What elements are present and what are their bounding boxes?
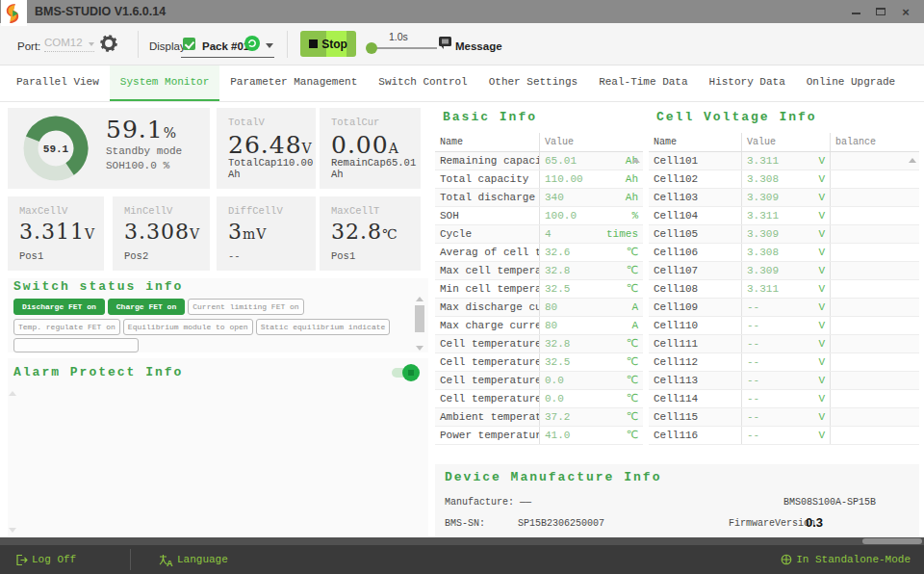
metric-label: DiffCellV bbox=[228, 205, 283, 217]
metric-sub: RemainCap65.01 Ah bbox=[331, 157, 421, 180]
tab[interactable]: History Data bbox=[699, 65, 796, 101]
row-name: Cell temperature 1 bbox=[435, 335, 539, 352]
interval-slider[interactable]: 1.0s bbox=[366, 29, 439, 60]
table-row[interactable]: Remaining capacity 65.01 Ah bbox=[435, 152, 643, 170]
horizontal-scrollbar[interactable] bbox=[0, 537, 924, 545]
table-row[interactable]: Ambient temperature 37.2 ℃ bbox=[435, 408, 643, 427]
table-row[interactable]: Power temperature 41.0 ℃ bbox=[435, 427, 643, 445]
tab[interactable]: Parameter Management bbox=[219, 65, 368, 101]
switch-status-button[interactable]: Discharge FET on bbox=[13, 299, 105, 315]
table-row[interactable]: Cell temperature 1 32.8 ℃ bbox=[435, 335, 643, 353]
table-row[interactable]: Cell112 -- V bbox=[649, 353, 919, 372]
table-row[interactable]: Cell temperature 2 32.5 ℃ bbox=[435, 353, 643, 372]
slider-track bbox=[373, 47, 437, 49]
language-button[interactable]: A Language bbox=[159, 545, 228, 574]
pack-dropdown-caret[interactable] bbox=[266, 43, 273, 48]
table-row[interactable]: Cell113 -- V bbox=[649, 372, 919, 390]
gear-icon[interactable] bbox=[100, 35, 117, 56]
row-value: 3.311 V bbox=[741, 152, 830, 170]
scroll-down-icon[interactable] bbox=[416, 346, 424, 351]
scroll-up-icon[interactable] bbox=[416, 297, 424, 301]
alarm-toggle[interactable] bbox=[392, 368, 417, 378]
row-value: 80 A bbox=[539, 299, 643, 316]
switch-scrollbar[interactable] bbox=[415, 295, 425, 351]
minimize-button[interactable] bbox=[843, 0, 868, 23]
column-header: Name bbox=[435, 133, 539, 151]
tab[interactable]: Other Settings bbox=[478, 65, 588, 101]
table-row[interactable]: Cell101 3.311 V bbox=[649, 152, 919, 170]
tab-label: Online Upgrade bbox=[807, 76, 895, 88]
tab-label: Parameter Management bbox=[230, 76, 357, 88]
message-button[interactable]: Message bbox=[455, 40, 502, 52]
language-icon: A bbox=[159, 554, 173, 566]
stop-button[interactable]: Stop bbox=[300, 31, 356, 57]
pack-checkbox[interactable] bbox=[183, 38, 195, 50]
table-row[interactable]: Cell temperature 4 0.0 ℃ bbox=[435, 390, 643, 408]
pack-label[interactable]: Pack #01 bbox=[202, 40, 249, 52]
row-name: Cell temperature 3 bbox=[435, 372, 539, 389]
toggle-knob[interactable] bbox=[402, 364, 420, 381]
port-select[interactable]: COM12 bbox=[44, 37, 94, 52]
scroll-down-icon[interactable] bbox=[9, 528, 16, 533]
standalone-mode-icon bbox=[781, 554, 792, 565]
table-row[interactable]: Cell114 -- V bbox=[649, 390, 919, 408]
soc-soh: SOH100.0 % bbox=[106, 160, 182, 171]
metric-value: 26.48V bbox=[228, 131, 313, 159]
table-row[interactable]: Cell116 -- V bbox=[649, 427, 919, 445]
table-row[interactable]: Total capacity 110.00 Ah bbox=[435, 170, 643, 189]
row-value: -- V bbox=[741, 299, 830, 316]
table-row[interactable]: Max discharge current 80 A bbox=[435, 299, 643, 317]
port-label: Port: bbox=[17, 40, 40, 52]
table-row[interactable]: Cell115 -- V bbox=[649, 408, 919, 427]
row-value: 32.8 ℃ bbox=[539, 335, 643, 352]
switch-status-button[interactable]: Charge FET on bbox=[108, 299, 185, 315]
table-row[interactable]: Cell104 3.311 V bbox=[649, 207, 919, 225]
table-row[interactable]: Cell107 3.309 V bbox=[649, 262, 919, 280]
table-row[interactable]: Max cell temperature 32.8 ℃ bbox=[435, 262, 643, 280]
table-row[interactable]: Averag of cell tempe⋯ 32.6 ℃ bbox=[435, 244, 643, 262]
tab[interactable]: Switch Control bbox=[368, 65, 477, 101]
maximize-button[interactable] bbox=[868, 0, 893, 23]
table-row[interactable]: Cell105 3.309 V bbox=[649, 225, 919, 244]
tab[interactable]: Real-Time Data bbox=[588, 65, 698, 101]
table-row[interactable]: Cell102 3.308 V bbox=[649, 170, 919, 189]
close-button[interactable]: × bbox=[893, 0, 918, 23]
table-row[interactable]: Cycle 4 times bbox=[435, 225, 643, 244]
scrollbar-thumb[interactable] bbox=[862, 538, 922, 544]
table-row[interactable]: Cell110 -- V bbox=[649, 317, 919, 335]
table-row[interactable]: Cell111 -- V bbox=[649, 335, 919, 353]
tab[interactable]: System Monitor bbox=[110, 65, 219, 101]
row-value: -- V bbox=[741, 390, 830, 407]
tab-label: History Data bbox=[709, 76, 785, 88]
table-row[interactable]: Max charge current 80 A bbox=[435, 317, 643, 335]
row-balance bbox=[830, 317, 919, 334]
tab[interactable]: Online Upgrade bbox=[796, 65, 906, 101]
table-row[interactable]: Cell106 3.308 V bbox=[649, 244, 919, 262]
clipped-switch-button[interactable] bbox=[13, 338, 139, 352]
table-row[interactable]: Cell108 3.311 V bbox=[649, 280, 919, 299]
scrollbar-thumb[interactable] bbox=[415, 305, 424, 332]
metric-label: MaxCellT bbox=[331, 205, 379, 217]
row-value: 32.8 ℃ bbox=[539, 262, 643, 279]
tab[interactable]: Parallel View bbox=[6, 65, 110, 101]
stop-square-icon bbox=[309, 39, 318, 48]
switch-status-button[interactable]: Static equilibrium indicate bbox=[256, 319, 391, 335]
table-row[interactable]: Cell109 -- V bbox=[649, 299, 919, 317]
table-row[interactable]: Total discharge capa⋯ 340 Ah bbox=[435, 189, 643, 207]
table-row[interactable]: SOH 100.0 % bbox=[435, 207, 643, 225]
switch-status-button[interactable]: Temp. regulate FET on bbox=[13, 319, 120, 335]
pack-underline bbox=[181, 57, 274, 58]
log-off-button[interactable]: Log Off bbox=[15, 545, 76, 574]
slider-knob[interactable] bbox=[366, 42, 377, 54]
switch-status-button[interactable]: Current limiting FET on bbox=[188, 299, 303, 315]
device-model: BMS08S100A-SP15B bbox=[783, 497, 876, 508]
table-row[interactable]: Min cell temperature 32.5 ℃ bbox=[435, 280, 643, 299]
switch-status-button[interactable]: Equilibrium module to open bbox=[123, 319, 253, 335]
tab-label: Other Settings bbox=[489, 76, 578, 88]
row-name: Cell115 bbox=[649, 408, 741, 426]
sn-value: SP15B2306250007 bbox=[518, 518, 604, 529]
metric-label: MaxCellV bbox=[19, 205, 67, 217]
scroll-up-icon[interactable] bbox=[9, 391, 16, 396]
table-row[interactable]: Cell103 3.309 V bbox=[649, 189, 919, 207]
table-row[interactable]: Cell temperature 3 0.0 ℃ bbox=[435, 372, 643, 390]
